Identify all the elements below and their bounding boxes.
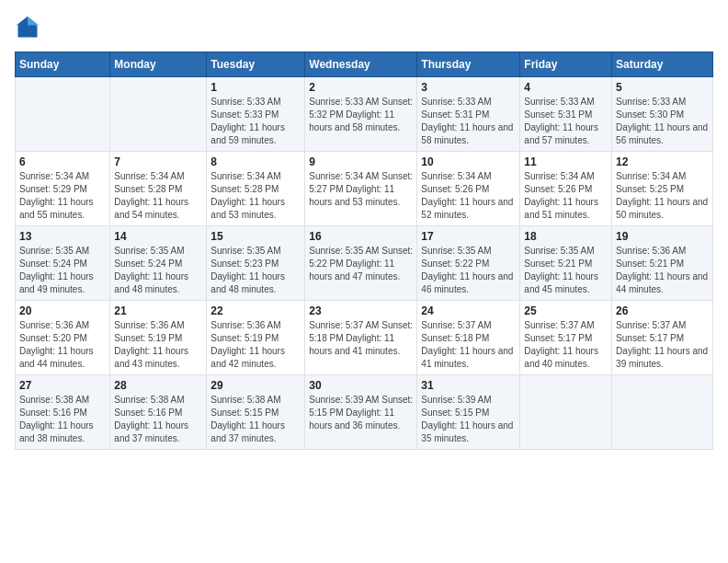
calendar-cell: 10Sunrise: 5:34 AM Sunset: 5:26 PM Dayli…	[417, 152, 520, 226]
calendar-table: SundayMondayTuesdayWednesdayThursdayFrid…	[15, 52, 713, 450]
day-info: Sunrise: 5:38 AM Sunset: 5:16 PM Dayligh…	[114, 394, 202, 445]
day-info: Sunrise: 5:34 AM Sunset: 5:26 PM Dayligh…	[524, 170, 608, 222]
day-info: Sunrise: 5:36 AM Sunset: 5:21 PM Dayligh…	[616, 245, 709, 296]
day-info: Sunrise: 5:35 AM Sunset: 5:24 PM Dayligh…	[114, 245, 202, 296]
weekday-header-monday: Monday	[110, 52, 207, 77]
day-number: 26	[616, 304, 709, 317]
day-number: 6	[19, 155, 106, 168]
day-info: Sunrise: 5:35 AM Sunset: 5:22 PM Dayligh…	[309, 245, 413, 283]
week-row-4: 20Sunrise: 5:36 AM Sunset: 5:20 PM Dayli…	[16, 301, 713, 375]
day-info: Sunrise: 5:35 AM Sunset: 5:23 PM Dayligh…	[210, 245, 301, 296]
calendar-cell: 25Sunrise: 5:37 AM Sunset: 5:17 PM Dayli…	[520, 301, 612, 375]
day-info: Sunrise: 5:36 AM Sunset: 5:19 PM Dayligh…	[210, 319, 301, 371]
calendar-cell: 17Sunrise: 5:35 AM Sunset: 5:22 PM Dayli…	[417, 226, 520, 301]
day-info: Sunrise: 5:34 AM Sunset: 5:29 PM Dayligh…	[19, 170, 106, 222]
calendar-cell: 21Sunrise: 5:36 AM Sunset: 5:19 PM Dayli…	[110, 301, 207, 375]
logo-icon	[15, 15, 40, 40]
day-info: Sunrise: 5:33 AM Sunset: 5:31 PM Dayligh…	[421, 96, 516, 147]
weekday-header-sunday: Sunday	[16, 52, 110, 77]
day-number: 23	[309, 304, 413, 317]
week-row-5: 27Sunrise: 5:38 AM Sunset: 5:16 PM Dayli…	[16, 375, 713, 450]
day-info: Sunrise: 5:34 AM Sunset: 5:28 PM Dayligh…	[114, 170, 202, 222]
calendar-cell: 26Sunrise: 5:37 AM Sunset: 5:17 PM Dayli…	[612, 301, 713, 375]
logo	[15, 15, 44, 40]
calendar-cell: 22Sunrise: 5:36 AM Sunset: 5:19 PM Dayli…	[207, 301, 305, 375]
calendar-cell: 6Sunrise: 5:34 AM Sunset: 5:29 PM Daylig…	[16, 152, 110, 226]
weekday-header-row: SundayMondayTuesdayWednesdayThursdayFrid…	[16, 52, 713, 77]
day-number: 28	[114, 379, 202, 392]
day-number: 30	[309, 379, 413, 392]
day-number: 12	[616, 155, 709, 168]
calendar-cell: 20Sunrise: 5:36 AM Sunset: 5:20 PM Dayli…	[16, 301, 110, 375]
day-info: Sunrise: 5:37 AM Sunset: 5:17 PM Dayligh…	[616, 319, 709, 371]
calendar-cell: 29Sunrise: 5:38 AM Sunset: 5:15 PM Dayli…	[207, 375, 305, 450]
day-info: Sunrise: 5:34 AM Sunset: 5:25 PM Dayligh…	[616, 170, 709, 222]
weekday-header-friday: Friday	[520, 52, 612, 77]
day-info: Sunrise: 5:34 AM Sunset: 5:27 PM Dayligh…	[309, 170, 413, 209]
day-number: 11	[524, 155, 608, 168]
day-info: Sunrise: 5:36 AM Sunset: 5:20 PM Dayligh…	[19, 319, 106, 371]
day-number: 24	[421, 304, 516, 317]
day-number: 20	[19, 304, 106, 317]
day-number: 17	[421, 230, 516, 243]
svg-marker-2	[17, 17, 28, 26]
day-info: Sunrise: 5:35 AM Sunset: 5:21 PM Dayligh…	[524, 245, 608, 296]
day-number: 3	[421, 81, 516, 94]
svg-marker-1	[28, 17, 39, 26]
calendar-cell: 24Sunrise: 5:37 AM Sunset: 5:18 PM Dayli…	[417, 301, 520, 375]
day-number: 19	[616, 230, 709, 243]
calendar-cell: 12Sunrise: 5:34 AM Sunset: 5:25 PM Dayli…	[612, 152, 713, 226]
calendar-cell: 7Sunrise: 5:34 AM Sunset: 5:28 PM Daylig…	[110, 152, 207, 226]
calendar-cell: 9Sunrise: 5:34 AM Sunset: 5:27 PM Daylig…	[305, 152, 417, 226]
day-info: Sunrise: 5:34 AM Sunset: 5:26 PM Dayligh…	[421, 170, 516, 222]
day-number: 29	[210, 379, 301, 392]
day-number: 2	[309, 81, 413, 94]
day-info: Sunrise: 5:33 AM Sunset: 5:33 PM Dayligh…	[210, 96, 301, 147]
calendar-cell: 28Sunrise: 5:38 AM Sunset: 5:16 PM Dayli…	[110, 375, 207, 450]
day-number: 8	[210, 155, 301, 168]
calendar-cell: 14Sunrise: 5:35 AM Sunset: 5:24 PM Dayli…	[110, 226, 207, 301]
day-info: Sunrise: 5:35 AM Sunset: 5:22 PM Dayligh…	[421, 245, 516, 296]
calendar-cell: 19Sunrise: 5:36 AM Sunset: 5:21 PM Dayli…	[612, 226, 713, 301]
day-info: Sunrise: 5:33 AM Sunset: 5:31 PM Dayligh…	[524, 96, 608, 147]
day-info: Sunrise: 5:38 AM Sunset: 5:15 PM Dayligh…	[210, 394, 301, 445]
day-info: Sunrise: 5:35 AM Sunset: 5:24 PM Dayligh…	[19, 245, 106, 296]
day-number: 25	[524, 304, 608, 317]
calendar-cell: 16Sunrise: 5:35 AM Sunset: 5:22 PM Dayli…	[305, 226, 417, 301]
calendar-cell: 31Sunrise: 5:39 AM Sunset: 5:15 PM Dayli…	[417, 375, 520, 450]
day-number: 27	[19, 379, 106, 392]
weekday-header-saturday: Saturday	[612, 52, 713, 77]
calendar-cell: 27Sunrise: 5:38 AM Sunset: 5:16 PM Dayli…	[16, 375, 110, 450]
calendar-cell	[16, 77, 110, 152]
calendar-cell	[520, 375, 612, 450]
calendar-cell: 13Sunrise: 5:35 AM Sunset: 5:24 PM Dayli…	[16, 226, 110, 301]
calendar-cell: 23Sunrise: 5:37 AM Sunset: 5:18 PM Dayli…	[305, 301, 417, 375]
day-info: Sunrise: 5:37 AM Sunset: 5:17 PM Dayligh…	[524, 319, 608, 371]
weekday-header-wednesday: Wednesday	[305, 52, 417, 77]
calendar-cell: 30Sunrise: 5:39 AM Sunset: 5:15 PM Dayli…	[305, 375, 417, 450]
day-info: Sunrise: 5:33 AM Sunset: 5:32 PM Dayligh…	[309, 96, 413, 134]
calendar-cell: 1Sunrise: 5:33 AM Sunset: 5:33 PM Daylig…	[207, 77, 305, 152]
calendar-cell: 18Sunrise: 5:35 AM Sunset: 5:21 PM Dayli…	[520, 226, 612, 301]
day-info: Sunrise: 5:37 AM Sunset: 5:18 PM Dayligh…	[309, 319, 413, 358]
calendar-cell	[110, 77, 207, 152]
calendar-cell: 4Sunrise: 5:33 AM Sunset: 5:31 PM Daylig…	[520, 77, 612, 152]
day-number: 1	[210, 81, 301, 94]
day-number: 14	[114, 230, 202, 243]
calendar-cell: 3Sunrise: 5:33 AM Sunset: 5:31 PM Daylig…	[417, 77, 520, 152]
day-info: Sunrise: 5:39 AM Sunset: 5:15 PM Dayligh…	[309, 394, 413, 432]
day-number: 18	[524, 230, 608, 243]
day-info: Sunrise: 5:39 AM Sunset: 5:15 PM Dayligh…	[421, 394, 516, 445]
weekday-header-thursday: Thursday	[417, 52, 520, 77]
weekday-header-tuesday: Tuesday	[207, 52, 305, 77]
day-number: 7	[114, 155, 202, 168]
day-number: 31	[421, 379, 516, 392]
page-header	[15, 15, 713, 40]
calendar-cell: 5Sunrise: 5:33 AM Sunset: 5:30 PM Daylig…	[612, 77, 713, 152]
calendar-cell: 11Sunrise: 5:34 AM Sunset: 5:26 PM Dayli…	[520, 152, 612, 226]
day-info: Sunrise: 5:36 AM Sunset: 5:19 PM Dayligh…	[114, 319, 202, 371]
day-info: Sunrise: 5:38 AM Sunset: 5:16 PM Dayligh…	[19, 394, 106, 445]
day-number: 15	[210, 230, 301, 243]
day-number: 10	[421, 155, 516, 168]
week-row-3: 13Sunrise: 5:35 AM Sunset: 5:24 PM Dayli…	[16, 226, 713, 301]
